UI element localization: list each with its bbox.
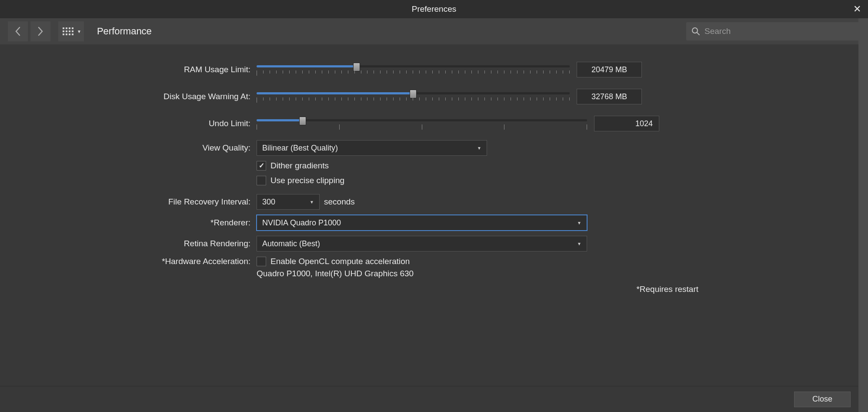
- chevron-down-icon: ▼: [577, 241, 581, 246]
- chevron-down-icon: ▼: [77, 29, 81, 34]
- content: RAM Usage Limit: 20479 MB Disk Usage War…: [0, 44, 868, 294]
- page-title: Performance: [97, 26, 152, 37]
- retina-value: Automatic (Best): [262, 239, 320, 248]
- close-button[interactable]: Close: [794, 392, 851, 407]
- view-quality-dropdown[interactable]: Bilinear (Best Quality) ▼: [257, 140, 487, 156]
- hw-accel-checkbox-label: Enable OpenCL compute acceleration: [270, 257, 410, 266]
- view-quality-value: Bilinear (Best Quality): [262, 144, 338, 153]
- view-quality-label: View Quality:: [17, 143, 257, 153]
- svg-point-0: [692, 28, 698, 33]
- precise-clipping-label: Use precise clipping: [270, 176, 344, 185]
- disk-warning-slider[interactable]: [257, 89, 570, 104]
- window-title: Preferences: [412, 4, 456, 14]
- disk-warning-label: Disk Usage Warning At:: [17, 92, 257, 101]
- slider-ticks: [257, 97, 570, 103]
- hw-accel-devices: Quadro P1000, Intel(R) UHD Graphics 630: [257, 269, 414, 278]
- file-recovery-dropdown[interactable]: 300 ▼: [257, 194, 320, 210]
- requires-restart-note: *Requires restart: [17, 285, 851, 294]
- file-recovery-label: File Recovery Interval:: [17, 197, 257, 207]
- grid-menu-button[interactable]: ▼: [58, 21, 84, 41]
- retina-label: Retina Rendering:: [17, 239, 257, 248]
- chevron-right-icon: [37, 27, 43, 36]
- titlebar: Preferences ✕: [0, 0, 868, 18]
- hw-accel-checkbox[interactable]: [257, 257, 266, 266]
- ram-limit-slider[interactable]: [257, 62, 570, 77]
- disk-warning-value[interactable]: 32768 MB: [577, 89, 642, 104]
- grid-icon: [63, 27, 73, 35]
- precise-clipping-checkbox[interactable]: [257, 176, 266, 185]
- undo-limit-value[interactable]: 1024: [594, 116, 659, 131]
- renderer-label: *Renderer:: [17, 218, 257, 228]
- file-recovery-value: 300: [262, 198, 275, 207]
- search-input[interactable]: [704, 27, 855, 36]
- slider-ticks: [257, 124, 587, 130]
- search-icon: [691, 27, 700, 36]
- file-recovery-unit: seconds: [324, 197, 355, 207]
- window-close-icon[interactable]: ✕: [853, 4, 861, 14]
- toolbar: ▼ Performance: [0, 18, 868, 44]
- dither-checkbox[interactable]: [257, 161, 266, 171]
- slider-ticks: [257, 70, 570, 76]
- footer: Close: [0, 386, 868, 412]
- chevron-down-icon: ▼: [577, 221, 581, 225]
- svg-line-1: [697, 33, 699, 35]
- hw-accel-label: *Hardware Acceleration:: [17, 257, 257, 266]
- chevron-left-icon: [15, 27, 21, 36]
- search-box[interactable]: [686, 22, 860, 40]
- renderer-value: NVIDIA Quadro P1000: [262, 218, 341, 228]
- chevron-down-icon: ▼: [477, 146, 481, 151]
- ram-limit-label: RAM Usage Limit:: [17, 65, 257, 74]
- ram-limit-value[interactable]: 20479 MB: [577, 62, 642, 77]
- undo-limit-slider[interactable]: [257, 116, 587, 131]
- chevron-down-icon: ▼: [310, 200, 314, 204]
- retina-dropdown[interactable]: Automatic (Best) ▼: [257, 236, 587, 251]
- undo-limit-label: Undo Limit:: [17, 119, 257, 128]
- dither-label: Dither gradients: [270, 161, 329, 171]
- nav-back-button[interactable]: [8, 21, 28, 41]
- renderer-dropdown[interactable]: NVIDIA Quadro P1000 ▼: [257, 215, 587, 231]
- nav-forward-button[interactable]: [30, 21, 50, 41]
